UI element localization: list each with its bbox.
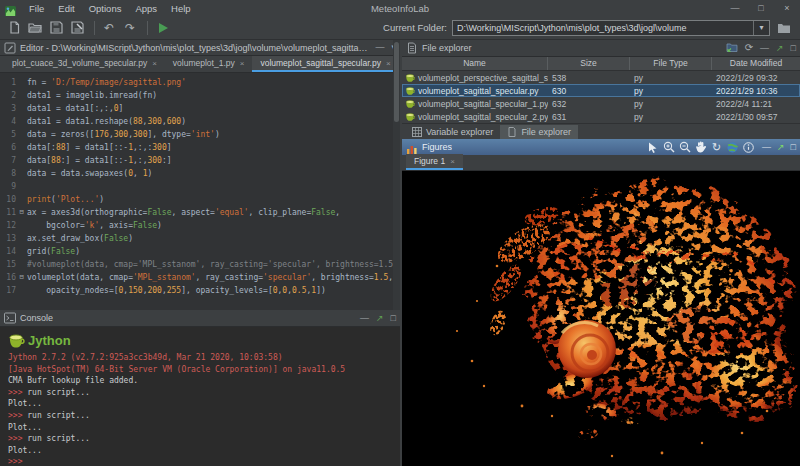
redo-button[interactable]: ↷ bbox=[121, 19, 139, 37]
figure-tab[interactable]: Figure 1 × bbox=[406, 154, 463, 170]
close-tab-icon[interactable]: × bbox=[152, 59, 157, 68]
code-line[interactable]: 1fn = 'D:/Temp/image/sagittal.png' bbox=[0, 76, 400, 89]
console-prompt: >>> bbox=[8, 434, 27, 443]
undo-button[interactable]: ↶ bbox=[100, 19, 118, 37]
editor-tab[interactable]: volumeplot_1.py × bbox=[165, 56, 253, 72]
code-text bbox=[27, 180, 400, 193]
code-line[interactable]: 15#volumeplot(data, cmap='MPL_sstanom', … bbox=[0, 258, 400, 271]
code-line[interactable]: 17 opacity_nodes=[0,150,200,255], opacit… bbox=[0, 284, 400, 297]
code-text: data = data.swapaxes(0, 1) bbox=[27, 167, 400, 180]
figure-canvas[interactable] bbox=[402, 171, 800, 466]
fold-spacer bbox=[16, 167, 27, 180]
figures-title: Figures bbox=[422, 142, 452, 152]
pan-hand-icon[interactable] bbox=[693, 140, 708, 154]
editor-scrollbar[interactable] bbox=[393, 40, 400, 310]
editor-minimize-button[interactable]: — bbox=[375, 43, 384, 52]
menu-bar: File Edit Options Apps Help MeteoInfoLab… bbox=[0, 0, 800, 16]
fold-marker-icon[interactable]: ⊟ bbox=[16, 206, 27, 219]
editor-tab-active[interactable]: volumeplot_sagittal_specular.py × bbox=[252, 56, 398, 72]
fold-marker-icon[interactable]: ⊟ bbox=[16, 271, 27, 284]
code-line[interactable]: 13ax.set_draw_box(False) bbox=[0, 232, 400, 245]
open-file-button[interactable] bbox=[26, 19, 44, 37]
code-line[interactable]: 4data1 = data1.reshape(88,300,600) bbox=[0, 115, 400, 128]
table-row[interactable]: volumeplot_sagittal_specular.py630py2022… bbox=[402, 84, 800, 97]
run-script-button[interactable] bbox=[153, 19, 171, 37]
menu-help[interactable]: Help bbox=[164, 3, 198, 14]
window-minimize-button[interactable]: — bbox=[722, 0, 748, 16]
menu-apps[interactable]: Apps bbox=[128, 3, 164, 14]
new-file-button[interactable] bbox=[5, 19, 23, 37]
fold-spacer bbox=[16, 89, 27, 102]
pointer-icon[interactable] bbox=[645, 140, 660, 154]
close-tab-icon[interactable]: × bbox=[386, 59, 391, 68]
code-text: data[88:] = data1[::-1,:,300:] bbox=[27, 154, 400, 167]
console-maximize-button[interactable]: □ bbox=[391, 314, 396, 323]
window-close-button[interactable]: × bbox=[774, 0, 800, 16]
info-icon[interactable] bbox=[741, 140, 756, 154]
line-number: 9 bbox=[0, 180, 16, 193]
refresh-icon[interactable]: ⟳ bbox=[745, 43, 753, 53]
tab-variable-explorer[interactable]: Variable explorer bbox=[405, 125, 500, 140]
save-as-button[interactable] bbox=[68, 19, 86, 37]
code-line[interactable]: 11⊟ax = axes3d(orthographic=False, aspec… bbox=[0, 206, 400, 219]
code-text: opacity_nodes=[0,150,200,255], opacity_l… bbox=[27, 284, 400, 297]
code-text: data[:88] = data1[::-1,:,:300] bbox=[27, 141, 400, 154]
zoom-in-icon[interactable] bbox=[661, 140, 676, 154]
code-line[interactable]: 2data1 = imagelib.imread(fn) bbox=[0, 89, 400, 102]
window-maximize-button[interactable]: □ bbox=[748, 0, 774, 16]
chevron-down-icon[interactable]: ▾ bbox=[753, 21, 769, 35]
table-row[interactable]: volumeplot_sagittal_specular_2.py631py20… bbox=[402, 110, 800, 123]
figures-float-button[interactable]: ↗ bbox=[777, 142, 785, 152]
zoom-out-icon[interactable] bbox=[677, 140, 692, 154]
line-number: 1 bbox=[0, 76, 16, 89]
menu-options[interactable]: Options bbox=[82, 3, 129, 14]
folder-import-icon[interactable] bbox=[726, 42, 738, 55]
code-line[interactable]: 6data[:88] = data1[::-1,:,:300] bbox=[0, 141, 400, 154]
code-editor[interactable]: 1fn = 'D:/Temp/image/sagittal.png'2data1… bbox=[0, 73, 400, 313]
line-number: 17 bbox=[0, 284, 16, 297]
table-row[interactable]: volumeplot_perspective_sagittal_sp...538… bbox=[402, 71, 800, 84]
current-folder-combobox[interactable]: D:\Working\MIScript\Jython\mis\plot_type… bbox=[452, 20, 770, 36]
column-header-filetype[interactable]: File Type bbox=[630, 57, 712, 70]
menu-file[interactable]: File bbox=[22, 3, 51, 14]
editor-tab[interactable]: plot_cuace_3d_volume_specular.py × bbox=[4, 56, 165, 72]
code-line[interactable]: 8data = data.swapaxes(0, 1) bbox=[0, 167, 400, 180]
rotate-icon[interactable]: ↻ bbox=[709, 140, 724, 154]
file-explorer-float-button[interactable]: ↗ bbox=[776, 44, 784, 53]
save-button[interactable] bbox=[47, 19, 65, 37]
browse-folder-button[interactable] bbox=[774, 19, 794, 37]
column-header-modified[interactable]: Date Modified bbox=[712, 57, 800, 70]
console-float-button[interactable]: ↗ bbox=[376, 314, 384, 323]
console-line: [Java HotSpot(TM) 64-Bit Server VM (Orac… bbox=[8, 364, 400, 376]
close-tab-icon[interactable]: × bbox=[450, 157, 455, 166]
code-line[interactable]: 7data[88:] = data1[::-1,:,300:] bbox=[0, 154, 400, 167]
file-explorer-minimize-button[interactable]: — bbox=[760, 44, 769, 53]
code-line[interactable]: 10print('Plot...') bbox=[0, 193, 400, 206]
globe-icon[interactable] bbox=[725, 140, 740, 154]
file-explorer-maximize-button[interactable]: □ bbox=[791, 44, 796, 53]
column-header-size[interactable]: Size bbox=[548, 57, 630, 70]
table-row[interactable]: volumeplot_sagittal_specular_1.py632py20… bbox=[402, 97, 800, 110]
fold-spacer bbox=[16, 219, 27, 232]
code-line[interactable]: 5data = zeros([176,300,300], dtype='int'… bbox=[0, 128, 400, 141]
code-line[interactable]: 3data1 = data1[:,:,0] bbox=[0, 102, 400, 115]
play-icon bbox=[159, 23, 168, 33]
table-header-row[interactable]: Name Size File Type Date Modified bbox=[402, 57, 800, 71]
console-output[interactable]: Jython Jython 2.7.2 (v2.7.2:925a3cc3b49d… bbox=[0, 327, 400, 466]
figures-minimize-button[interactable]: — bbox=[762, 142, 771, 152]
menu-edit[interactable]: Edit bbox=[51, 3, 81, 14]
figures-maximize-button[interactable]: □ bbox=[791, 142, 796, 152]
file-explorer-header: File explorer ⟳ — ↗ □ bbox=[402, 40, 800, 57]
tab-file-explorer[interactable]: File explorer bbox=[500, 125, 578, 140]
line-number: 10 bbox=[0, 193, 16, 206]
fold-spacer bbox=[16, 115, 27, 128]
cell-size: 630 bbox=[548, 86, 630, 96]
code-line[interactable]: 16⊟volumeplot(data, cmap='MPL_sstanom', … bbox=[0, 271, 400, 284]
column-header-name[interactable]: Name bbox=[402, 57, 548, 70]
code-line[interactable]: 14grid(False) bbox=[0, 245, 400, 258]
code-line[interactable]: 9 bbox=[0, 180, 400, 193]
scrollbar-thumb[interactable] bbox=[394, 42, 399, 122]
console-minimize-button[interactable]: — bbox=[360, 314, 369, 323]
code-line[interactable]: 12 bgcolor='k', axis=False) bbox=[0, 219, 400, 232]
close-tab-icon[interactable]: × bbox=[240, 59, 245, 68]
